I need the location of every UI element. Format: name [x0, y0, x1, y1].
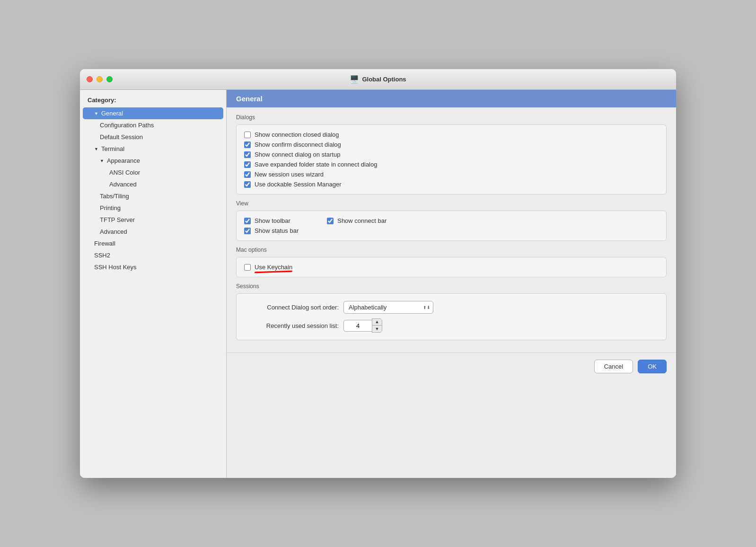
content-panel: General Dialogs Show connection closed d… [227, 90, 676, 478]
dialogs-section: Dialogs Show connection closed dialog Sh… [236, 114, 667, 194]
dialogs-box: Show connection closed dialog Show confi… [236, 124, 667, 194]
use-keychain-label: Use Keychain [255, 264, 292, 271]
checkbox-show-connect-bar-input[interactable] [327, 218, 334, 224]
sidebar-item-advanced-terminal[interactable]: Advanced [83, 226, 223, 238]
main-content: Category: ▼ General Configuration Paths … [80, 90, 676, 478]
window-title: 🖥️ Global Options [350, 75, 406, 84]
content-header: General [227, 90, 676, 107]
sort-order-select[interactable]: Alphabetically By Date Custom [343, 301, 433, 314]
checkbox-show-connect-bar: Show connect bar [327, 216, 387, 226]
view-box: Show toolbar Show status bar [236, 211, 667, 241]
stepper-up-button[interactable]: ▲ [372, 319, 382, 326]
checkbox-show-status-bar-input[interactable] [244, 228, 251, 234]
sidebar-item-tftp-server[interactable]: TFTP Server [83, 214, 223, 226]
checkbox-show-toolbar-input[interactable] [244, 218, 251, 224]
checkbox-show-confirm-disconnect: Show confirm disconnect dialog [244, 140, 659, 150]
recently-used-label: Recently used session list: [244, 322, 339, 329]
sidebar-item-ssh2[interactable]: SSH2 [83, 249, 223, 261]
sessions-title: Sessions [236, 283, 667, 290]
checkbox-show-connect-dialog-input[interactable] [244, 151, 251, 158]
global-options-window: 🖥️ Global Options Category: ▼ General Co… [80, 69, 676, 478]
maximize-button[interactable] [106, 76, 113, 82]
checkbox-use-dockable-session-manager-input[interactable] [244, 181, 251, 188]
view-section: View Show toolbar Show status bar [236, 200, 667, 241]
stepper-down-button[interactable]: ▼ [372, 326, 382, 332]
checkbox-use-keychain: Use Keychain [244, 262, 659, 272]
titlebar: 🖥️ Global Options [80, 69, 676, 90]
bottom-bar: Cancel OK [227, 353, 676, 380]
view-title: View [236, 200, 667, 207]
sessions-section: Sessions Connect Dialog sort order: Alph… [236, 283, 667, 340]
recently-used-stepper: ▲ ▼ [343, 318, 382, 333]
triangle-icon: ▼ [94, 147, 98, 151]
checkbox-save-expanded-folder-input[interactable] [244, 161, 251, 168]
checkbox-new-session-wizard-input[interactable] [244, 171, 251, 178]
view-right-col: Show connect bar [327, 216, 387, 226]
mac-options-section: Mac options Use Keychain [236, 247, 667, 277]
category-label: Category: [80, 97, 226, 107]
sidebar-item-terminal[interactable]: ▼ Terminal [83, 143, 223, 155]
sidebar-item-config-paths[interactable]: Configuration Paths [83, 119, 223, 131]
checkbox-save-expanded-folder: Save expanded folder state in connect di… [244, 159, 659, 169]
triangle-icon: ▼ [94, 111, 98, 116]
content-body: Dialogs Show connection closed dialog Sh… [227, 107, 676, 353]
sidebar-item-general[interactable]: ▼ General [83, 107, 223, 119]
mac-options-title: Mac options [236, 247, 667, 253]
sessions-box: Connect Dialog sort order: Alphabeticall… [236, 293, 667, 340]
sort-order-label: Connect Dialog sort order: [244, 304, 339, 311]
sidebar-item-ansi-color[interactable]: ANSI Color [83, 167, 223, 178]
checkbox-show-toolbar: Show toolbar [244, 216, 299, 226]
checkbox-use-dockable-session-manager: Use dockable Session Manager [244, 179, 659, 189]
sidebar-item-ssh-host-keys[interactable]: SSH Host Keys [83, 261, 223, 273]
ok-button[interactable]: OK [638, 360, 667, 373]
stepper-buttons: ▲ ▼ [372, 318, 382, 333]
sidebar-item-printing[interactable]: Printing [83, 202, 223, 214]
recently-used-row: Recently used session list: ▲ ▼ [244, 316, 659, 335]
sidebar: Category: ▼ General Configuration Paths … [80, 90, 227, 478]
triangle-icon: ▼ [100, 159, 104, 163]
checkbox-show-connection-closed-input[interactable] [244, 132, 251, 138]
traffic-lights [87, 76, 113, 82]
sort-order-select-wrapper: Alphabetically By Date Custom [343, 301, 433, 314]
checkbox-show-connection-closed: Show connection closed dialog [244, 130, 659, 140]
sidebar-item-firewall[interactable]: Firewall [83, 238, 223, 249]
mac-options-box: Use Keychain [236, 257, 667, 277]
sidebar-item-default-session[interactable]: Default Session [83, 131, 223, 143]
sidebar-item-advanced-appearance[interactable]: Advanced [83, 178, 223, 190]
cancel-button[interactable]: Cancel [594, 360, 633, 373]
minimize-button[interactable] [97, 76, 103, 82]
close-button[interactable] [87, 76, 93, 82]
checkbox-new-session-wizard: New session uses wizard [244, 169, 659, 179]
recently-used-input[interactable] [343, 320, 372, 332]
window-icon: 🖥️ [350, 75, 359, 84]
sort-order-row: Connect Dialog sort order: Alphabeticall… [244, 299, 659, 316]
checkbox-show-status-bar: Show status bar [244, 226, 299, 236]
checkbox-show-connect-dialog: Show connect dialog on startup [244, 150, 659, 159]
sidebar-item-appearance[interactable]: ▼ Appearance [83, 155, 223, 167]
sidebar-item-tabs-tiling[interactable]: Tabs/Tiling [83, 190, 223, 202]
checkbox-use-keychain-input[interactable] [244, 264, 251, 271]
checkbox-show-confirm-disconnect-input[interactable] [244, 141, 251, 148]
view-left-col: Show toolbar Show status bar [244, 216, 299, 236]
dialogs-title: Dialogs [236, 114, 667, 121]
